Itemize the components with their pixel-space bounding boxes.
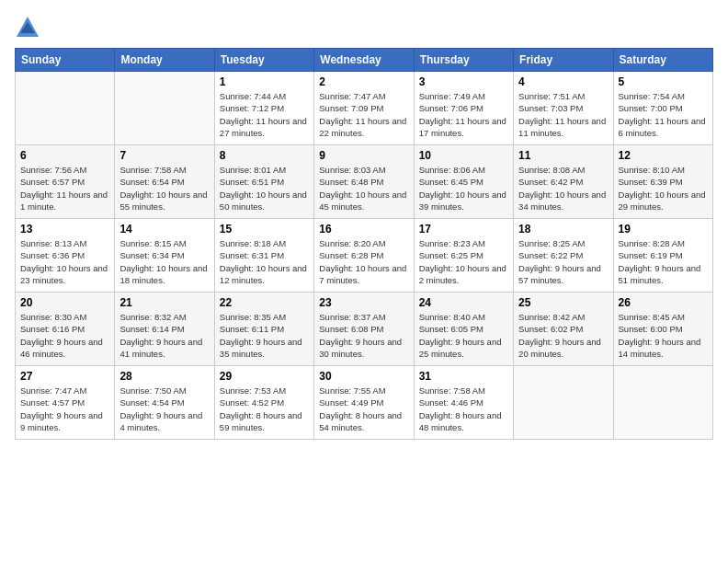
day-info: Sunrise: 7:51 AM Sunset: 7:03 PM Dayligh…	[518, 90, 608, 139]
calendar-cell	[514, 366, 613, 440]
day-info: Sunrise: 8:37 AM Sunset: 6:08 PM Dayligh…	[319, 311, 408, 360]
calendar-cell: 19Sunrise: 8:28 AM Sunset: 6:19 PM Dayli…	[613, 219, 712, 293]
day-info: Sunrise: 8:35 AM Sunset: 6:11 PM Dayligh…	[220, 311, 309, 360]
day-number: 9	[319, 149, 408, 162]
day-number: 22	[220, 296, 309, 309]
calendar-cell: 6Sunrise: 7:56 AM Sunset: 6:57 PM Daylig…	[16, 145, 115, 219]
day-number: 11	[518, 149, 608, 162]
calendar-cell: 2Sunrise: 7:47 AM Sunset: 7:09 PM Daylig…	[314, 72, 414, 145]
day-info: Sunrise: 7:44 AM Sunset: 7:12 PM Dayligh…	[220, 90, 309, 139]
day-header-tuesday: Tuesday	[214, 49, 313, 72]
calendar-cell	[613, 366, 712, 440]
day-info: Sunrise: 8:32 AM Sunset: 6:14 PM Dayligh…	[119, 311, 209, 360]
day-number: 19	[619, 223, 708, 236]
day-header-wednesday: Wednesday	[314, 49, 414, 72]
day-info: Sunrise: 8:08 AM Sunset: 6:42 PM Dayligh…	[518, 164, 608, 213]
calendar-cell: 9Sunrise: 8:03 AM Sunset: 6:48 PM Daylig…	[314, 145, 414, 219]
day-number: 30	[319, 370, 408, 383]
day-number: 29	[220, 370, 309, 383]
day-info: Sunrise: 8:42 AM Sunset: 6:02 PM Dayligh…	[518, 311, 608, 360]
day-header-saturday: Saturday	[613, 49, 712, 72]
calendar-cell	[115, 72, 214, 145]
day-number: 31	[419, 370, 508, 383]
day-number: 18	[518, 223, 608, 236]
day-info: Sunrise: 8:15 AM Sunset: 6:34 PM Dayligh…	[119, 237, 209, 286]
day-info: Sunrise: 8:01 AM Sunset: 6:51 PM Dayligh…	[220, 164, 309, 213]
day-number: 20	[20, 296, 109, 309]
day-info: Sunrise: 8:45 AM Sunset: 6:00 PM Dayligh…	[619, 311, 708, 360]
day-info: Sunrise: 7:47 AM Sunset: 7:09 PM Dayligh…	[319, 90, 408, 139]
day-number: 4	[518, 75, 608, 88]
day-info: Sunrise: 8:40 AM Sunset: 6:05 PM Dayligh…	[419, 311, 508, 360]
calendar-cell: 12Sunrise: 8:10 AM Sunset: 6:39 PM Dayli…	[613, 145, 712, 219]
day-info: Sunrise: 8:13 AM Sunset: 6:36 PM Dayligh…	[20, 237, 109, 286]
calendar-cell: 30Sunrise: 7:55 AM Sunset: 4:49 PM Dayli…	[314, 366, 414, 440]
day-info: Sunrise: 8:28 AM Sunset: 6:19 PM Dayligh…	[619, 237, 708, 286]
day-info: Sunrise: 8:10 AM Sunset: 6:39 PM Dayligh…	[619, 164, 708, 213]
calendar-cell: 26Sunrise: 8:45 AM Sunset: 6:00 PM Dayli…	[613, 293, 712, 366]
calendar-cell: 29Sunrise: 7:53 AM Sunset: 4:52 PM Dayli…	[214, 366, 313, 440]
calendar-cell: 1Sunrise: 7:44 AM Sunset: 7:12 PM Daylig…	[214, 72, 313, 145]
day-header-monday: Monday	[115, 49, 214, 72]
calendar-cell: 20Sunrise: 8:30 AM Sunset: 6:16 PM Dayli…	[16, 293, 115, 366]
calendar-cell: 5Sunrise: 7:54 AM Sunset: 7:00 PM Daylig…	[613, 72, 712, 145]
day-info: Sunrise: 8:18 AM Sunset: 6:31 PM Dayligh…	[220, 237, 309, 286]
week-row-3: 13Sunrise: 8:13 AM Sunset: 6:36 PM Dayli…	[16, 219, 713, 293]
day-number: 7	[119, 149, 209, 162]
calendar-cell: 24Sunrise: 8:40 AM Sunset: 6:05 PM Dayli…	[414, 293, 513, 366]
day-number: 17	[419, 223, 508, 236]
day-info: Sunrise: 7:47 AM Sunset: 4:57 PM Dayligh…	[20, 385, 109, 433]
day-info: Sunrise: 8:23 AM Sunset: 6:25 PM Dayligh…	[419, 237, 508, 286]
days-header-row: SundayMondayTuesdayWednesdayThursdayFrid…	[16, 49, 713, 72]
week-row-4: 20Sunrise: 8:30 AM Sunset: 6:16 PM Dayli…	[16, 293, 713, 366]
day-header-sunday: Sunday	[16, 49, 115, 72]
day-number: 8	[220, 149, 309, 162]
calendar-table: SundayMondayTuesdayWednesdayThursdayFrid…	[15, 48, 713, 440]
day-number: 3	[419, 75, 508, 88]
day-number: 28	[119, 370, 209, 383]
day-info: Sunrise: 7:49 AM Sunset: 7:06 PM Dayligh…	[419, 90, 508, 139]
day-info: Sunrise: 8:30 AM Sunset: 6:16 PM Dayligh…	[20, 311, 109, 360]
calendar-cell: 8Sunrise: 8:01 AM Sunset: 6:51 PM Daylig…	[214, 145, 313, 219]
calendar-cell: 28Sunrise: 7:50 AM Sunset: 4:54 PM Dayli…	[115, 366, 214, 440]
day-number: 15	[220, 223, 309, 236]
logo	[15, 15, 44, 40]
calendar-cell: 17Sunrise: 8:23 AM Sunset: 6:25 PM Dayli…	[414, 219, 513, 293]
day-number: 14	[119, 223, 209, 236]
day-number: 16	[319, 223, 408, 236]
calendar-cell: 3Sunrise: 7:49 AM Sunset: 7:06 PM Daylig…	[414, 72, 513, 145]
day-info: Sunrise: 8:20 AM Sunset: 6:28 PM Dayligh…	[319, 237, 408, 286]
calendar-cell	[16, 72, 115, 145]
day-number: 1	[220, 75, 309, 88]
week-row-5: 27Sunrise: 7:47 AM Sunset: 4:57 PM Dayli…	[16, 366, 713, 440]
day-info: Sunrise: 7:50 AM Sunset: 4:54 PM Dayligh…	[119, 385, 209, 433]
day-info: Sunrise: 8:25 AM Sunset: 6:22 PM Dayligh…	[518, 237, 608, 286]
calendar-cell: 21Sunrise: 8:32 AM Sunset: 6:14 PM Dayli…	[115, 293, 214, 366]
day-info: Sunrise: 8:06 AM Sunset: 6:45 PM Dayligh…	[419, 164, 508, 213]
day-number: 13	[20, 223, 109, 236]
day-header-friday: Friday	[514, 49, 613, 72]
day-number: 25	[518, 296, 608, 309]
day-number: 12	[619, 149, 708, 162]
day-info: Sunrise: 7:56 AM Sunset: 6:57 PM Dayligh…	[20, 164, 109, 213]
calendar-cell: 4Sunrise: 7:51 AM Sunset: 7:03 PM Daylig…	[514, 72, 613, 145]
calendar-cell: 13Sunrise: 8:13 AM Sunset: 6:36 PM Dayli…	[16, 219, 115, 293]
day-info: Sunrise: 7:55 AM Sunset: 4:49 PM Dayligh…	[319, 385, 408, 433]
week-row-2: 6Sunrise: 7:56 AM Sunset: 6:57 PM Daylig…	[16, 145, 713, 219]
day-info: Sunrise: 7:58 AM Sunset: 6:54 PM Dayligh…	[119, 164, 209, 213]
day-number: 26	[619, 296, 708, 309]
day-info: Sunrise: 7:54 AM Sunset: 7:00 PM Dayligh…	[619, 90, 708, 139]
day-number: 2	[319, 75, 408, 88]
calendar-cell: 25Sunrise: 8:42 AM Sunset: 6:02 PM Dayli…	[514, 293, 613, 366]
page-header	[15, 15, 713, 40]
day-number: 21	[119, 296, 209, 309]
calendar-cell: 11Sunrise: 8:08 AM Sunset: 6:42 PM Dayli…	[514, 145, 613, 219]
calendar-cell: 27Sunrise: 7:47 AM Sunset: 4:57 PM Dayli…	[16, 366, 115, 440]
week-row-1: 1Sunrise: 7:44 AM Sunset: 7:12 PM Daylig…	[16, 72, 713, 145]
day-info: Sunrise: 7:53 AM Sunset: 4:52 PM Dayligh…	[220, 385, 309, 433]
day-info: Sunrise: 7:58 AM Sunset: 4:46 PM Dayligh…	[419, 385, 508, 433]
calendar-cell: 10Sunrise: 8:06 AM Sunset: 6:45 PM Dayli…	[414, 145, 513, 219]
calendar-cell: 7Sunrise: 7:58 AM Sunset: 6:54 PM Daylig…	[115, 145, 214, 219]
calendar-cell: 16Sunrise: 8:20 AM Sunset: 6:28 PM Dayli…	[314, 219, 414, 293]
day-header-thursday: Thursday	[414, 49, 513, 72]
